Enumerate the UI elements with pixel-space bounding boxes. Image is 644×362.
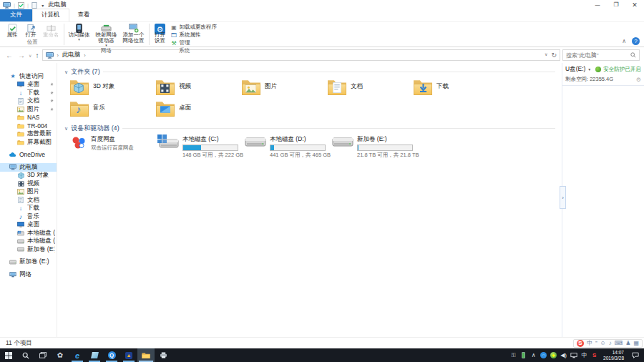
drive-tile-新加卷 (E:)[interactable]: 新加卷 (E:)21.8 TB 可用，共 21.8 TB [332,134,419,159]
sidebar-item-屏幕截图[interactable]: 屏幕截图 [0,138,57,147]
sogou-skin[interactable]: ♟ [625,340,630,347]
close-button[interactable]: ✕ [625,0,644,10]
ribbon-collapse-icon[interactable]: ∧ [622,38,626,44]
ribbon-button-打开[interactable]: 打开 [21,23,40,39]
address-dropdown-icon[interactable]: ∨ [545,52,547,59]
ribbon-tab-查看[interactable]: 查看 [69,9,99,21]
ribbon-button-重命名[interactable]: 重命名 [40,23,62,39]
sidebar-item-图片[interactable]: 图片 [0,188,57,197]
sidebar-item-TR-004[interactable]: TR-004 [0,122,57,130]
sogou-toolbox[interactable]: ▦ [633,340,639,347]
folder-tile-音乐[interactable]: ♪音乐 [70,99,156,120]
sogou-voice[interactable]: ♪ [609,340,612,347]
sogou-lang[interactable]: 中 [587,340,592,347]
sogou-punct[interactable]: ” [595,340,597,347]
drive-tile-本地磁盘 (C:)[interactable]: 本地磁盘 (C:)148 GB 可用，共 222 GB [157,134,245,159]
sidebar-item-此电脑[interactable]: 此电脑 [0,163,57,172]
sidebar-item-本地磁盘 (D:)[interactable]: 本地磁盘 (D:) [0,238,57,246]
sogou-tray-icon[interactable]: S [591,352,597,358]
sidebar-item-桌面[interactable]: 桌面 [0,221,57,230]
folders-section-header[interactable]: ∨ 文件夹 (7) [64,67,562,77]
search-input[interactable] [566,52,628,59]
shield-tray-icon[interactable]: ✚ [550,352,557,358]
usb-dropdown-icon[interactable]: ▼ [587,67,591,72]
usb-device-icon[interactable]: ⚿ [510,352,517,359]
ribbon-tab-文件[interactable]: 文件 [0,9,32,21]
sidebar-item-下载[interactable]: ↓下载 [0,205,57,213]
gear-icon[interactable]: ⚙ [636,77,641,83]
minimize-button[interactable]: — [588,0,607,10]
search-box[interactable] [562,49,640,61]
app-edge[interactable]: e [69,348,86,362]
refresh-icon[interactable]: ↻ [551,52,557,59]
sidebar-item-OneDrive[interactable]: OneDrive [0,151,57,160]
globe-tray-icon[interactable]: ◠ [540,352,547,358]
start-button[interactable] [0,348,17,362]
ribbon-button-添加一个网络位置[interactable]: 添加一个 网络位置 [120,23,147,44]
panel-expand-handle[interactable]: › [560,186,566,209]
app-3d[interactable] [86,348,103,362]
taskbar-clock[interactable]: 14:07 2019/3/28 [601,350,626,361]
sidebar-item-文档[interactable]: 文档 [0,196,57,205]
app-netdisk[interactable]: ▲ [120,348,137,362]
sidebar-item-快速访问[interactable]: ★快速访问 [0,72,57,81]
drive-tile-本地磁盘 (D:)[interactable]: 本地磁盘 (D:)441 GB 可用，共 465 GB [245,134,332,159]
sogou-emoji[interactable]: ☺ [600,340,606,347]
sogou-input-bar[interactable]: S 中”☺♪⌨♟▦ [573,339,643,348]
help-icon[interactable]: ? [632,37,640,45]
ribbon-button-系统属性[interactable]: 🗔系统属性 [171,31,218,39]
sidebar-item-NAS[interactable]: NAS [0,114,57,122]
hidden-icons-chevron[interactable]: ∧ [530,352,537,358]
folder-tile-桌面[interactable]: 桌面 [156,99,242,120]
folder-tile-视频[interactable]: 视频 [156,78,242,99]
recent-locations-dropdown[interactable]: ∨ [29,53,31,58]
phone-battery-icon[interactable] [520,352,527,358]
ribbon-button-管理[interactable]: ⚒管理 [171,39,218,47]
sidebar-item-文档[interactable]: 文档 [0,97,57,106]
ribbon-tab-计算机[interactable]: 计算机 [32,9,69,21]
sidebar-item-音乐[interactable]: ♪音乐 [0,212,57,221]
sidebar-item-网络[interactable]: 网络 [0,270,57,279]
sidebar-item-图片[interactable]: 图片 [0,105,57,114]
ribbon-button-映射网络驱动器[interactable]: 映射网络 驱动器▾ [93,23,120,47]
network-tray-icon[interactable] [570,353,577,358]
sidebar-item-新加卷 (E:)[interactable]: 新加卷 (E:) [0,258,57,267]
chevron-down-icon[interactable]: ∨ [64,126,68,132]
sidebar-item-惠普最新[interactable]: 惠普最新 [0,130,57,139]
action-center-icon[interactable] [630,352,641,358]
app-printer[interactable] [155,348,172,362]
ribbon-button-访问媒体[interactable]: 访问媒体▾ [66,23,93,41]
folder-tile-图片[interactable]: 图片 [242,78,328,99]
ribbon-button-打开设置[interactable]: ⚙打开 设置 [151,23,170,44]
drive-tile-百度网盘[interactable]: 百度网盘双击运行百度网盘 [70,134,157,159]
task-view-button[interactable] [34,348,52,362]
properties-check-icon[interactable] [18,2,24,9]
back-button[interactable]: ← [4,52,14,59]
folder-tile-3D 对象[interactable]: 3D 对象 [70,78,156,99]
sogou-keyboard[interactable]: ⌨ [615,340,623,347]
taskbar-search[interactable] [17,348,34,362]
folder-tile-文档[interactable]: 文档 [328,78,414,99]
qat-dropdown[interactable]: ▾ [39,3,44,8]
ribbon-button-卸载或更改程序[interactable]: ▣卸载或更改程序 [171,24,218,31]
sogou-logo-icon[interactable]: S [577,340,584,347]
volume-icon[interactable]: ◀) [560,352,567,358]
sidebar-item-3D 对象[interactable]: 3D 对象 [0,172,57,180]
forward-button[interactable]: → [16,52,26,59]
usb-drive-name[interactable]: U盘(E:) [565,65,585,74]
app-file-explorer[interactable] [137,348,155,362]
sidebar-item-视频[interactable]: 视频 [0,180,57,188]
folder-tile-下载[interactable]: 下载 [414,78,499,99]
sidebar-item-本地磁盘 (C:)[interactable]: 本地磁盘 (C:) [0,229,57,238]
up-button[interactable]: ↑ [34,52,40,59]
chevron-down-icon[interactable]: ∨ [64,69,68,75]
sidebar-item-桌面[interactable]: 桌面 [0,81,57,89]
sidebar-item-新加卷 (E:)[interactable]: 新加卷 (E:) [0,245,57,254]
pinned-app-pinwheel[interactable]: ✿ [52,348,69,362]
ime-indicator[interactable]: 中 [581,351,587,359]
app-q-browser[interactable]: Q [103,348,120,362]
this-pc-icon[interactable] [3,2,11,9]
restore-button[interactable]: ❐ [607,0,625,10]
sidebar-item-下载[interactable]: ↓下载 [0,89,57,97]
drives-section-header[interactable]: ∨ 设备和驱动器 (4) [64,124,562,133]
